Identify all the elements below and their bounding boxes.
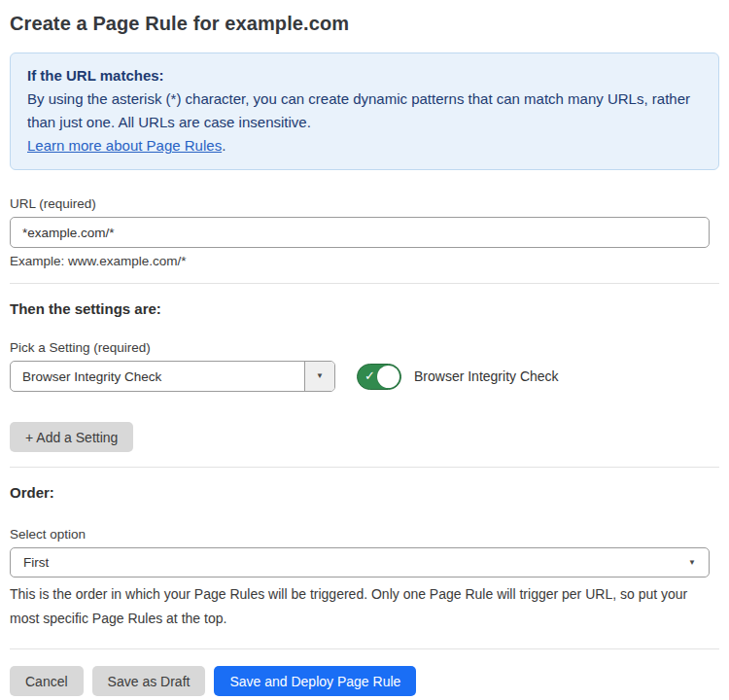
info-box-body: By using the asterisk (*) character, you… bbox=[27, 88, 702, 134]
setting-dropdown-arrow-button[interactable]: ▼ bbox=[304, 362, 334, 391]
setting-row: Browser Integrity Check ▼ ✓ Browser Inte… bbox=[10, 361, 719, 392]
save-as-draft-button[interactable]: Save as Draft bbox=[92, 666, 206, 696]
url-match-info-box: If the URL matches: By using the asteris… bbox=[10, 52, 719, 170]
setting-toggle-label: Browser Integrity Check bbox=[414, 368, 559, 384]
order-select-label: Select option bbox=[10, 527, 719, 542]
add-setting-button[interactable]: + Add a Setting bbox=[10, 422, 133, 452]
order-heading: Order: bbox=[10, 484, 719, 501]
cancel-button[interactable]: Cancel bbox=[10, 666, 84, 696]
page-rule-form: Create a Page Rule for example.com If th… bbox=[0, 13, 729, 696]
setting-dropdown[interactable]: Browser Integrity Check ▼ bbox=[10, 361, 335, 392]
divider bbox=[10, 283, 719, 284]
page-title: Create a Page Rule for example.com bbox=[10, 13, 719, 35]
actions-row: Cancel Save as Draft Save and Deploy Pag… bbox=[10, 666, 719, 696]
divider bbox=[10, 467, 719, 468]
order-select[interactable]: First ▼ bbox=[10, 547, 710, 578]
info-box-heading: If the URL matches: bbox=[27, 64, 702, 88]
pick-setting-label: Pick a Setting (required) bbox=[10, 340, 719, 355]
save-and-deploy-button[interactable]: Save and Deploy Page Rule bbox=[214, 666, 416, 696]
setting-toggle[interactable]: ✓ bbox=[357, 364, 401, 390]
url-input[interactable] bbox=[10, 217, 710, 248]
setting-dropdown-value: Browser Integrity Check bbox=[11, 362, 304, 391]
url-example-text: Example: www.example.com/* bbox=[10, 254, 719, 268]
caret-down-icon: ▼ bbox=[688, 559, 696, 567]
learn-more-link[interactable]: Learn more about Page Rules bbox=[27, 137, 222, 154]
url-label: URL (required) bbox=[10, 196, 719, 211]
info-box-link-line: Learn more about Page Rules. bbox=[27, 134, 702, 158]
toggle-knob bbox=[377, 366, 399, 388]
caret-down-icon: ▼ bbox=[316, 372, 324, 380]
check-icon: ✓ bbox=[364, 369, 375, 382]
divider bbox=[10, 648, 719, 649]
order-help-text: This is the order in which your Page Rul… bbox=[10, 582, 710, 631]
settings-heading: Then the settings are: bbox=[10, 300, 719, 317]
order-select-value: First bbox=[23, 555, 49, 570]
link-suffix: . bbox=[222, 137, 226, 154]
